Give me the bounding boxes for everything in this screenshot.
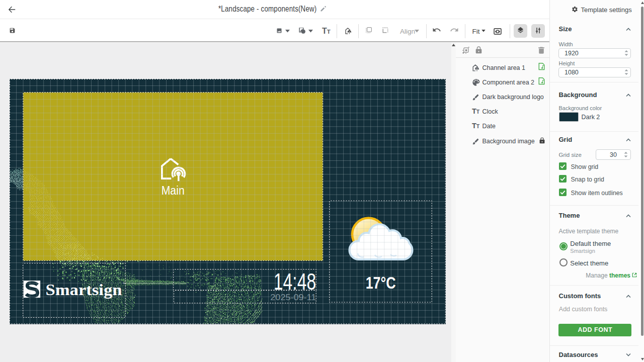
svg-text:14:48: 14:48 (274, 268, 316, 295)
